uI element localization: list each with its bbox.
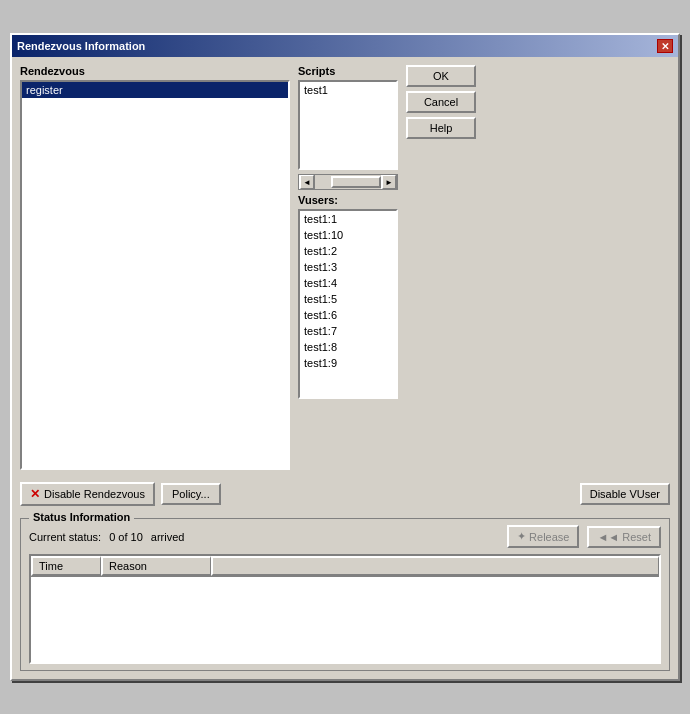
release-button[interactable]: ✦ Release bbox=[507, 525, 579, 548]
vuser-item-4[interactable]: test1:4 bbox=[300, 275, 396, 291]
vuser-item-7[interactable]: test1:7 bbox=[300, 323, 396, 339]
red-x-icon: ✕ bbox=[30, 487, 40, 501]
release-icon: ✦ bbox=[517, 530, 526, 543]
rendezvous-label: Rendezvous bbox=[20, 65, 290, 77]
release-label: Release bbox=[529, 531, 569, 543]
vuser-item-6[interactable]: test1:6 bbox=[300, 307, 396, 323]
cancel-button[interactable]: Cancel bbox=[406, 91, 476, 113]
vuser-item-8[interactable]: test1:8 bbox=[300, 339, 396, 355]
scrollbar-thumb[interactable] bbox=[331, 176, 381, 188]
vuser-item-9[interactable]: test1:9 bbox=[300, 355, 396, 371]
scripts-label: Scripts bbox=[298, 65, 398, 77]
scrollbar-right-btn[interactable]: ► bbox=[381, 174, 397, 190]
disable-rendezvous-label: Disable Rendezvous bbox=[44, 488, 145, 500]
table-body bbox=[31, 577, 659, 661]
status-row: Current status: 0 of 10 arrived ✦ Releas… bbox=[29, 525, 661, 548]
status-legend: Status Information bbox=[29, 511, 134, 523]
arrived-label: arrived bbox=[151, 531, 185, 543]
main-row: Rendezvous register Scripts test1 ◄ bbox=[20, 65, 670, 470]
window-title: Rendezvous Information bbox=[17, 40, 145, 52]
vuser-item-1[interactable]: test1:10 bbox=[300, 227, 396, 243]
vuser-item-5[interactable]: test1:5 bbox=[300, 291, 396, 307]
buttons-column: OK Cancel Help bbox=[406, 65, 476, 470]
disable-vuser-button[interactable]: Disable VUser bbox=[580, 483, 670, 505]
reset-button[interactable]: ◄◄ Reset bbox=[587, 526, 661, 548]
rendezvous-panel: Rendezvous register bbox=[20, 65, 290, 470]
ok-button[interactable]: OK bbox=[406, 65, 476, 87]
reset-label: Reset bbox=[622, 531, 651, 543]
disable-rendezvous-button[interactable]: ✕ Disable Rendezvous bbox=[20, 482, 155, 506]
scripts-listbox[interactable]: test1 bbox=[298, 80, 398, 170]
scrollbar-left-btn[interactable]: ◄ bbox=[299, 174, 315, 190]
vusers-label: Vusers: bbox=[298, 194, 398, 206]
window-content: Rendezvous register Scripts test1 ◄ bbox=[12, 57, 678, 679]
current-status-label: Current status: bbox=[29, 531, 101, 543]
vuser-item-3[interactable]: test1:3 bbox=[300, 259, 396, 275]
col-rest bbox=[211, 556, 659, 576]
close-button[interactable]: ✕ bbox=[657, 39, 673, 53]
scripts-vusers-panel: Scripts test1 ◄ ► Vusers: test1:1 bbox=[298, 65, 398, 470]
reset-icon: ◄◄ bbox=[597, 531, 619, 543]
title-bar: Rendezvous Information ✕ bbox=[12, 35, 678, 57]
main-window: Rendezvous Information ✕ Rendezvous regi… bbox=[10, 33, 680, 681]
policy-button[interactable]: Policy... bbox=[161, 483, 221, 505]
scripts-scrollbar[interactable]: ◄ ► bbox=[298, 174, 398, 190]
vusers-listbox[interactable]: test1:1 test1:10 test1:2 test1:3 test1:4… bbox=[298, 209, 398, 399]
action-row: ✕ Disable Rendezvous Policy... Disable V… bbox=[20, 478, 670, 510]
status-table: Time Reason bbox=[29, 554, 661, 664]
rendezvous-listbox[interactable]: register bbox=[20, 80, 290, 470]
scrollbar-track bbox=[315, 175, 381, 189]
col-reason: Reason bbox=[101, 556, 211, 576]
scripts-item-test1[interactable]: test1 bbox=[300, 82, 396, 98]
col-time: Time bbox=[31, 556, 101, 576]
vuser-item-0[interactable]: test1:1 bbox=[300, 211, 396, 227]
current-status-value: 0 of 10 bbox=[109, 531, 143, 543]
status-group: Status Information Current status: 0 of … bbox=[20, 518, 670, 671]
help-button[interactable]: Help bbox=[406, 117, 476, 139]
rendezvous-item-register[interactable]: register bbox=[22, 82, 288, 98]
right-section: Scripts test1 ◄ ► Vusers: test1:1 bbox=[298, 65, 466, 470]
vuser-item-2[interactable]: test1:2 bbox=[300, 243, 396, 259]
table-header: Time Reason bbox=[31, 556, 659, 577]
